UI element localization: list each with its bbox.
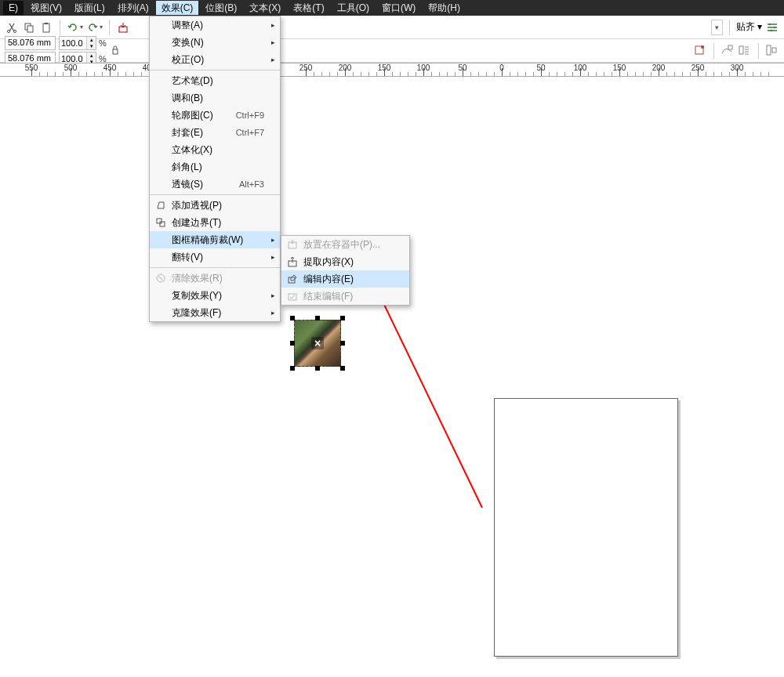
menu-item-clone-effect[interactable]: 克隆效果(F)▸ [150, 304, 280, 321]
menu-help[interactable]: 帮助(H) [423, 1, 466, 15]
effects-menu: 调整(A)▸ 变换(N)▸ 校正(O)▸ 艺术笔(D) 调和(B) 轮廓图(C)… [149, 16, 281, 322]
menu-window[interactable]: 窗口(W) [376, 1, 421, 15]
edit-icon [281, 273, 303, 284]
handle-n[interactable] [315, 316, 320, 320]
menu-item-create-boundary[interactable]: 创建边界(T) [150, 214, 280, 231]
svg-rect-15 [767, 45, 771, 55]
handle-sw[interactable] [290, 366, 295, 371]
svg-point-1 [13, 30, 16, 32]
menu-view[interactable]: 视图(V) [25, 1, 67, 15]
finish-icon [281, 291, 303, 302]
submenu-finish-editing: 结束编辑(F) [281, 288, 409, 305]
options-icon[interactable] [765, 20, 779, 34]
svg-point-0 [7, 30, 9, 32]
clear-effect-icon [150, 273, 172, 284]
svg-rect-5 [45, 23, 48, 24]
menu-item-rollover[interactable]: 翻转(V)▸ [150, 248, 280, 266]
menu-edit-end[interactable]: E) [3, 1, 24, 15]
menu-item-blend[interactable]: 调和(B) [150, 89, 280, 107]
submenu-extract[interactable]: 提取内容(X) [281, 253, 409, 270]
menu-item-lens[interactable]: 透镜(S)Alt+F3 [150, 176, 280, 193]
menu-item-envelope[interactable]: 封套(E)Ctrl+F7 [150, 124, 280, 141]
crop-icon[interactable] [693, 44, 707, 58]
boundary-icon [150, 217, 172, 228]
menu-bitmap[interactable]: 位图(B) [200, 1, 242, 15]
menu-tools[interactable]: 工具(O) [332, 1, 375, 15]
powerclip-submenu: 放置在容器中(P)... 提取内容(X) 编辑内容(E) 结束编辑(F) [281, 235, 410, 306]
bitmap-image[interactable] [294, 320, 341, 367]
menu-arrange[interactable]: 排列(A) [112, 1, 154, 15]
submenu-place-inside: 放置在容器中(P)... [281, 236, 409, 253]
snap-to-dropdown[interactable]: 贴齐 ▾ [736, 20, 762, 34]
menu-effects[interactable]: 效果(C) [156, 1, 199, 15]
handle-nw[interactable] [290, 316, 295, 320]
zoom-dropdown[interactable]: ▾ [711, 20, 723, 35]
undo-button[interactable]: ▾ [67, 22, 83, 33]
menu-item-add-perspective[interactable]: 添加透视(P) [150, 197, 280, 214]
svg-point-8 [774, 26, 775, 27]
menu-bar: E) 视图(V) 版面(L) 排列(A) 效果(C) 位图(B) 文本(X) 表… [0, 0, 784, 16]
trace-icon[interactable] [720, 44, 735, 58]
pos-x-input[interactable]: 58.076 mm [5, 36, 56, 50]
scale-x-input[interactable]: ▴▾ [59, 36, 96, 50]
extract-icon [281, 256, 303, 267]
handle-ne[interactable] [340, 316, 345, 320]
handle-se[interactable] [340, 366, 345, 371]
property-bar: 58.076 mm 58.076 mm ▴▾ % ▴▾ % [0, 39, 784, 63]
perspective-icon [150, 200, 172, 211]
menu-item-adjust[interactable]: 调整(A)▸ [150, 16, 280, 34]
svg-rect-4 [43, 24, 49, 32]
svg-rect-20 [160, 222, 165, 226]
lock-ratio-icon[interactable] [110, 45, 122, 57]
percent-label-2: % [99, 54, 107, 63]
svg-point-9 [771, 29, 772, 31]
cut-icon[interactable] [5, 20, 19, 34]
wrap-icon[interactable] [738, 44, 752, 58]
menu-item-artistic[interactable]: 艺术笔(D) [150, 72, 280, 89]
menu-text[interactable]: 文本(X) [244, 1, 286, 15]
page-rectangle[interactable] [494, 398, 678, 657]
menu-item-copy-effect[interactable]: 复制效果(Y)▸ [150, 287, 280, 304]
menu-item-bevel[interactable]: 斜角(L) [150, 158, 280, 176]
svg-rect-13 [728, 45, 732, 49]
svg-rect-10 [113, 49, 118, 54]
svg-line-17 [376, 288, 482, 508]
menu-item-extrude[interactable]: 立体化(X) [150, 141, 280, 158]
menu-item-powerclip[interactable]: 图框精确剪裁(W)▸ [150, 231, 280, 248]
menu-item-correction[interactable]: 校正(O)▸ [150, 51, 280, 68]
paste-icon[interactable] [39, 20, 53, 34]
svg-rect-16 [772, 48, 776, 52]
menu-item-contour[interactable]: 轮廓图(C)Ctrl+F9 [150, 107, 280, 124]
redo-button[interactable]: ▾ [86, 22, 103, 33]
align-icon[interactable] [765, 44, 779, 58]
copy-icon[interactable] [22, 20, 36, 34]
menu-layout[interactable]: 版面(L) [69, 1, 111, 15]
menu-table[interactable]: 表格(T) [288, 1, 329, 15]
handle-s[interactable] [315, 366, 320, 371]
menu-item-transform[interactable]: 变换(N)▸ [150, 34, 280, 51]
snap-label: 贴齐 ▾ [736, 20, 762, 34]
handle-e[interactable] [340, 341, 345, 346]
menu-item-clear-effect: 清除效果(R) [150, 270, 280, 287]
percent-label: % [99, 38, 107, 48]
drawing-canvas[interactable] [0, 77, 784, 677]
selected-image[interactable] [290, 316, 345, 371]
svg-rect-19 [157, 219, 162, 223]
handle-w[interactable] [290, 341, 295, 346]
svg-rect-14 [739, 46, 743, 54]
svg-rect-3 [27, 26, 33, 32]
import-icon[interactable] [116, 20, 130, 34]
horizontal-ruler: 5505004504003502502001501005005010015020… [0, 63, 784, 77]
submenu-edit-contents[interactable]: 编辑内容(E) [281, 270, 409, 288]
svg-point-12 [701, 45, 704, 49]
svg-point-7 [769, 23, 771, 24]
place-inside-icon [281, 239, 303, 250]
